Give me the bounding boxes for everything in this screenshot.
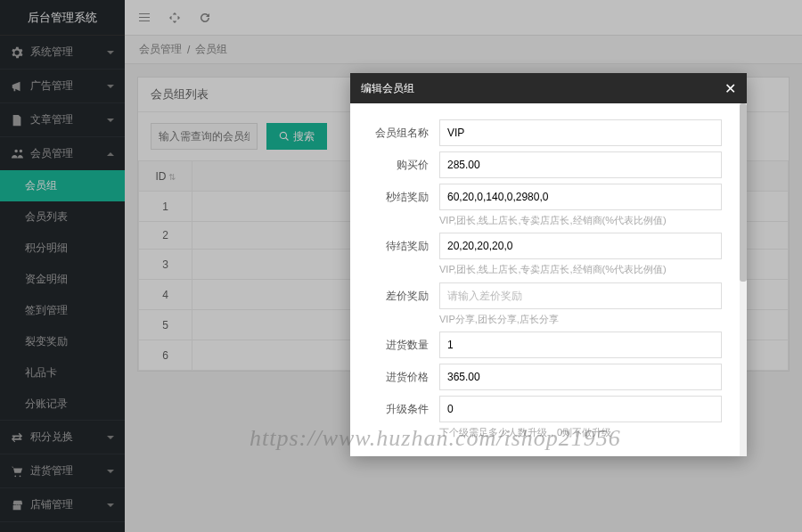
help-daijie: VIP,团长,线上店长,专卖店店长,经销商(%代表比例值) [439, 263, 722, 276]
modal-title: 编辑会员组 [361, 81, 414, 96]
input-miaojie[interactable] [439, 184, 722, 210]
modal-header: 编辑会员组 ✕ [350, 73, 747, 103]
input-upgrade[interactable] [439, 396, 722, 422]
label-daijie: 待结奖励 [350, 233, 439, 254]
help-chajia: VIP分享,团长分享,店长分享 [439, 313, 722, 326]
input-chajia[interactable] [439, 282, 722, 309]
modal-body: 会员组名称 购买价 秒结奖励 VIP,团长,线上店长,专卖店店长,经销商(%代表… [350, 103, 747, 456]
label-miaojie: 秒结奖励 [350, 184, 439, 205]
input-jinhuo-price[interactable] [439, 364, 722, 390]
label-chajia: 差价奖励 [350, 282, 439, 304]
modal-scrollbar[interactable] [740, 103, 747, 456]
close-icon[interactable]: ✕ [724, 80, 736, 97]
label-upgrade: 升级条件 [350, 396, 439, 417]
input-name[interactable] [439, 119, 722, 146]
scrollbar-thumb[interactable] [740, 103, 747, 282]
help-upgrade: 下个级需足多少人数升级，0则不做升级 [439, 426, 722, 439]
label-jinhuo-qty: 进货数量 [350, 331, 439, 353]
edit-modal: 编辑会员组 ✕ 会员组名称 购买价 秒结奖励 VIP,团长,线上店长,专卖店店长… [350, 73, 747, 456]
help-miaojie: VIP,团长,线上店长,专卖店店长,经销商(%代表比例值) [439, 214, 722, 227]
input-price[interactable] [439, 151, 722, 178]
label-name: 会员组名称 [350, 119, 439, 141]
label-price: 购买价 [350, 151, 439, 173]
input-daijie[interactable] [439, 233, 722, 259]
label-jinhuo-price: 进货价格 [350, 364, 439, 385]
input-jinhuo-qty[interactable] [439, 331, 722, 358]
